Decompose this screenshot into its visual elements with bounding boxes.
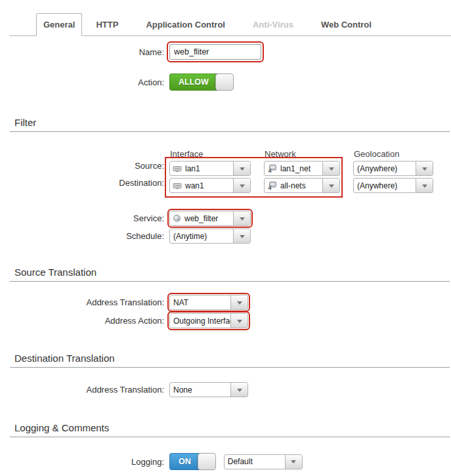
chevron-down-icon[interactable] [233, 162, 250, 175]
chevron-down-icon[interactable] [230, 314, 247, 328]
logging-toggle-value: ON [169, 453, 200, 470]
source-network-select[interactable]: 4 lan1_net [264, 161, 340, 176]
name-row: Name: [0, 44, 261, 60]
destination-label: Destination: [0, 178, 164, 188]
logging-comments-heading: Logging & Comments [10, 422, 450, 437]
interface-icon [173, 165, 182, 173]
dest-address-translation-value: None [170, 385, 230, 395]
action-toggle-value: ALLOW [169, 74, 217, 91]
interface-icon [173, 182, 182, 190]
address-action-value: Outgoing Interface I [170, 316, 230, 326]
chevron-down-icon[interactable] [416, 179, 433, 192]
destination-row: Destination: [0, 178, 164, 188]
logging-label: Logging: [0, 457, 164, 467]
chevron-down-icon[interactable] [285, 455, 302, 469]
dest-address-translation-label: Address Translation: [0, 385, 164, 395]
name-label: Name: [0, 47, 164, 57]
destination-network-value: all-nets [277, 181, 322, 190]
logging-level-value: Default [225, 457, 285, 466]
source-network-value: lan1_net [277, 164, 322, 173]
schedule-select[interactable]: (Anytime) [169, 228, 251, 244]
action-row: Action: ALLOW [0, 74, 234, 91]
name-input[interactable] [169, 44, 261, 60]
logging-toggle[interactable]: ON [169, 453, 216, 470]
toggle-knob[interactable] [198, 453, 216, 470]
svg-text:4: 4 [268, 184, 272, 190]
tab-general[interactable]: General [36, 13, 82, 36]
toggle-knob[interactable] [215, 74, 234, 91]
tab-application-control[interactable]: Application Control [132, 14, 239, 35]
address-translation-row: Address Translation: NAT [0, 295, 248, 310]
address-action-row: Address Action: Outgoing Interface I [0, 313, 248, 328]
firewall-rule-editor: General HTTP Application Control Anti-Vi… [0, 0, 451, 476]
logging-row: Logging: ON Default [0, 453, 303, 470]
source-translation-heading: Source Translation [10, 267, 450, 282]
chevron-down-icon[interactable] [233, 229, 250, 243]
filter-heading: Filter [10, 117, 450, 132]
chevron-down-icon[interactable] [230, 295, 247, 309]
dest-address-translation-row: Address Translation: None [0, 382, 248, 397]
dest-address-translation-select[interactable]: None [169, 382, 248, 397]
source-interface-select[interactable]: lan1 [169, 161, 251, 176]
column-header-interface: Interface [170, 149, 204, 159]
service-select[interactable]: web_filter [169, 211, 251, 226]
destination-interface-value: wan1 [182, 181, 233, 190]
service-row: Service: web_filter [0, 211, 251, 226]
chevron-down-icon[interactable] [322, 179, 339, 192]
address-action-select[interactable]: Outgoing Interface I [169, 313, 248, 328]
ipv4-network-icon: 4 [267, 164, 277, 173]
destination-translation-heading: Destination Translation [10, 353, 450, 368]
address-translation-value: NAT [170, 298, 230, 307]
chevron-down-icon[interactable] [233, 211, 250, 225]
ipv4-network-icon: 4 [267, 181, 277, 190]
service-value: web_filter [181, 214, 233, 223]
chevron-down-icon[interactable] [233, 179, 250, 192]
chevron-down-icon[interactable] [230, 383, 247, 397]
source-interface-value: lan1 [182, 164, 233, 173]
destination-interface-select[interactable]: wan1 [169, 178, 251, 193]
svg-text:4: 4 [268, 167, 272, 173]
destination-geolocation-value: (Anywhere) [354, 181, 416, 190]
chevron-down-icon[interactable] [322, 162, 339, 175]
schedule-value: (Anytime) [170, 232, 233, 241]
tab-anti-virus: Anti-Virus [239, 14, 307, 35]
address-action-label: Address Action: [0, 316, 164, 326]
address-translation-select[interactable]: NAT [169, 295, 248, 310]
tab-http[interactable]: HTTP [82, 14, 132, 35]
destination-network-select[interactable]: 4 all-nets [264, 178, 340, 193]
service-icon [173, 214, 181, 223]
address-translation-label: Address Translation: [0, 297, 164, 307]
tab-bar: General HTTP Application Control Anti-Vi… [10, 14, 451, 36]
column-header-network: Network [265, 149, 296, 159]
destination-geolocation-select[interactable]: (Anywhere) [353, 178, 433, 193]
action-toggle[interactable]: ALLOW [169, 74, 234, 91]
logging-level-select[interactable]: Default [224, 454, 303, 469]
action-label: Action: [0, 77, 164, 87]
chevron-down-icon[interactable] [416, 162, 433, 175]
source-row: Source: [0, 161, 164, 171]
service-label: Service: [0, 213, 164, 223]
source-geolocation-value: (Anywhere) [354, 164, 416, 173]
column-header-geolocation: Geolocation [354, 149, 399, 159]
schedule-label: Schedule: [0, 231, 164, 241]
source-label: Source: [0, 161, 164, 171]
tab-web-control[interactable]: Web Control [307, 14, 385, 35]
schedule-row: Schedule: (Anytime) [0, 228, 251, 244]
source-geolocation-select[interactable]: (Anywhere) [353, 161, 433, 176]
